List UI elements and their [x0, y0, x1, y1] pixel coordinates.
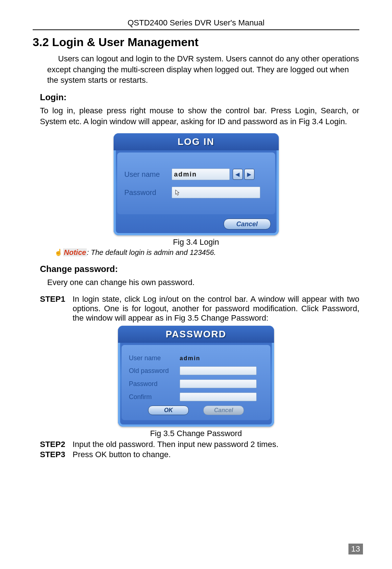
pwd-new-row: Password	[129, 379, 263, 388]
pwd-ok-button[interactable]: OK	[148, 406, 189, 415]
login-figure-caption: Fig 3.4 Login	[33, 237, 359, 247]
notice-row: ☝ Notice: The default login is admin and…	[54, 248, 359, 257]
login-password-field[interactable]	[172, 187, 260, 198]
login-cancel-button[interactable]: Cancel	[224, 219, 271, 229]
login-password-row: Password	[124, 187, 268, 198]
password-dialog-body: User name admin Old password Password Co…	[122, 345, 270, 420]
section-title: 3.2 Login & User Management	[33, 36, 359, 49]
pwd-cancel-button[interactable]: Cancel	[203, 406, 244, 415]
pwd-confirm-row: Confirm	[129, 393, 263, 401]
pwd-confirm-label: Confirm	[129, 393, 180, 401]
chevron-right-icon: ▶	[247, 171, 251, 177]
login-password-label: Password	[124, 188, 172, 197]
step2-row: STEP2 Input the old password. Then input…	[40, 440, 359, 449]
pwd-button-bar: OK Cancel	[129, 406, 263, 415]
chevron-left-icon: ◀	[236, 171, 240, 177]
password-dialog-title: PASSWORD	[118, 326, 274, 343]
pwd-old-field[interactable]	[180, 366, 257, 375]
step2-label: STEP2	[40, 440, 73, 449]
pwd-old-label: Old password	[129, 367, 180, 375]
hand-point-icon: ☝	[54, 248, 63, 256]
change-password-intro: Every one can change his own password.	[33, 277, 359, 288]
login-dialog-title: LOG IN	[114, 133, 279, 150]
step3-row: STEP3 Press OK button to change.	[40, 450, 359, 459]
pwd-old-row: Old password	[129, 366, 263, 375]
page-number: 13	[348, 544, 363, 554]
step3-label: STEP3	[40, 450, 73, 459]
pwd-username-label: User name	[129, 354, 180, 362]
login-username-label: User name	[124, 170, 172, 179]
notice-text: Notice: The default login is admin and 1…	[63, 248, 216, 257]
step1-row: STEP1 In login state, click Log in/out o…	[40, 294, 359, 323]
login-heading: Login:	[40, 92, 359, 102]
page-header: QSTD2400 Series DVR User's Manual	[33, 18, 359, 30]
pwd-username-value: admin	[180, 355, 200, 362]
pwd-new-label: Password	[129, 380, 180, 388]
notice-label: Notice	[63, 248, 87, 256]
step2-text: Input the old password. Then input new p…	[73, 440, 359, 449]
step1-text: In login state, click Log in/out on the …	[73, 294, 359, 323]
manual-page: QSTD2400 Series DVR User's Manual 3.2 Lo…	[0, 0, 392, 569]
section-intro: Users can logout and login to the DVR sy…	[33, 53, 359, 86]
username-next-button[interactable]: ▶	[244, 169, 254, 180]
username-prev-button[interactable]: ◀	[233, 169, 243, 180]
step1-label: STEP1	[40, 294, 73, 323]
login-dialog: LOG IN User name admin ◀ ▶ Password	[114, 133, 279, 235]
notice-body: : The default login is admin and 123456.	[87, 248, 216, 256]
pwd-username-row: User name admin	[129, 354, 263, 362]
login-username-value: admin	[174, 171, 197, 178]
username-nav: ◀ ▶	[233, 169, 254, 180]
password-dialog: PASSWORD User name admin Old password Pa…	[118, 326, 274, 427]
login-username-row: User name admin ◀ ▶	[124, 168, 268, 180]
pwd-confirm-field[interactable]	[180, 393, 257, 401]
login-dialog-body: User name admin ◀ ▶ Password	[117, 153, 275, 214]
password-figure-caption: Fig 3.5 Change Password	[33, 429, 359, 438]
step3-text: Press OK button to change.	[73, 450, 359, 459]
change-password-heading: Change password:	[40, 264, 359, 274]
cursor-icon	[175, 189, 180, 196]
login-username-field[interactable]: admin	[172, 168, 230, 180]
pwd-new-field[interactable]	[180, 379, 257, 388]
login-paragraph: To log in, please press right mouse to s…	[33, 105, 359, 127]
login-button-bar: Cancel	[114, 216, 279, 229]
